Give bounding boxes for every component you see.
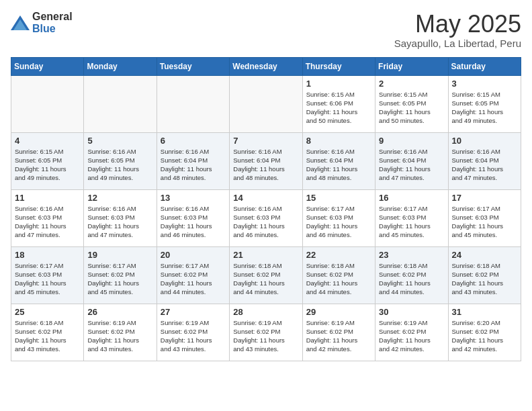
calendar-cell: 14Sunrise: 6:16 AM Sunset: 6:03 PM Dayli… xyxy=(230,189,302,246)
calendar-cell: 22Sunrise: 6:18 AM Sunset: 6:02 PM Dayli… xyxy=(302,246,375,304)
day-number: 13 xyxy=(161,193,226,203)
calendar-cell: 10Sunrise: 6:16 AM Sunset: 6:04 PM Dayli… xyxy=(448,132,521,189)
day-number: 14 xyxy=(233,193,298,203)
calendar-cell xyxy=(157,75,229,132)
calendar-cell: 18Sunrise: 6:17 AM Sunset: 6:03 PM Dayli… xyxy=(11,246,84,304)
logo-blue: Blue xyxy=(32,23,56,34)
day-info: Sunrise: 6:19 AM Sunset: 6:02 PM Dayligh… xyxy=(161,318,226,354)
day-info: Sunrise: 6:18 AM Sunset: 6:02 PM Dayligh… xyxy=(306,261,371,297)
day-info: Sunrise: 6:19 AM Sunset: 6:02 PM Dayligh… xyxy=(379,318,444,354)
day-info: Sunrise: 6:16 AM Sunset: 6:03 PM Dayligh… xyxy=(87,204,152,240)
day-info: Sunrise: 6:20 AM Sunset: 6:02 PM Dayligh… xyxy=(452,318,517,354)
calendar-cell: 16Sunrise: 6:17 AM Sunset: 6:03 PM Dayli… xyxy=(375,189,448,246)
calendar-cell xyxy=(230,75,302,132)
calendar-cell: 9Sunrise: 6:16 AM Sunset: 6:04 PM Daylig… xyxy=(375,132,448,189)
day-number: 7 xyxy=(233,136,298,146)
day-info: Sunrise: 6:18 AM Sunset: 6:02 PM Dayligh… xyxy=(233,261,298,297)
day-info: Sunrise: 6:17 AM Sunset: 6:02 PM Dayligh… xyxy=(87,261,152,297)
weekday-tuesday: Tuesday xyxy=(157,57,229,75)
calendar-cell xyxy=(84,75,157,132)
calendar-cell: 6Sunrise: 6:16 AM Sunset: 6:04 PM Daylig… xyxy=(157,132,229,189)
day-info: Sunrise: 6:16 AM Sunset: 6:04 PM Dayligh… xyxy=(379,147,444,183)
weekday-friday: Friday xyxy=(375,57,448,75)
weekday-header-row: SundayMondayTuesdayWednesdayThursdayFrid… xyxy=(11,57,521,75)
day-info: Sunrise: 6:15 AM Sunset: 6:05 PM Dayligh… xyxy=(15,147,80,183)
day-number: 25 xyxy=(15,307,80,317)
day-number: 9 xyxy=(379,136,444,146)
calendar-cell: 28Sunrise: 6:19 AM Sunset: 6:02 PM Dayli… xyxy=(230,304,302,361)
day-info: Sunrise: 6:16 AM Sunset: 6:04 PM Dayligh… xyxy=(233,147,298,183)
weekday-monday: Monday xyxy=(84,57,157,75)
day-number: 26 xyxy=(87,307,152,317)
weekday-thursday: Thursday xyxy=(302,57,375,75)
day-info: Sunrise: 6:15 AM Sunset: 6:06 PM Dayligh… xyxy=(306,90,371,126)
calendar-cell: 31Sunrise: 6:20 AM Sunset: 6:02 PM Dayli… xyxy=(448,304,521,361)
day-info: Sunrise: 6:17 AM Sunset: 6:03 PM Dayligh… xyxy=(306,204,371,240)
title-area: May 2025 Sayapullo, La Libertad, Peru xyxy=(394,11,521,49)
day-info: Sunrise: 6:15 AM Sunset: 6:05 PM Dayligh… xyxy=(379,90,444,126)
weekday-wednesday: Wednesday xyxy=(230,57,302,75)
calendar-cell: 17Sunrise: 6:17 AM Sunset: 6:03 PM Dayli… xyxy=(448,189,521,246)
day-number: 20 xyxy=(161,250,226,260)
day-number: 29 xyxy=(306,307,371,317)
calendar-table: SundayMondayTuesdayWednesdayThursdayFrid… xyxy=(11,57,521,361)
day-number: 5 xyxy=(87,136,152,146)
week-row-2: 4Sunrise: 6:15 AM Sunset: 6:05 PM Daylig… xyxy=(11,132,521,189)
calendar-cell: 13Sunrise: 6:16 AM Sunset: 6:03 PM Dayli… xyxy=(157,189,229,246)
header: General Blue May 2025 Sayapullo, La Libe… xyxy=(11,11,521,49)
day-number: 1 xyxy=(306,79,371,89)
calendar-cell: 5Sunrise: 6:16 AM Sunset: 6:05 PM Daylig… xyxy=(84,132,157,189)
day-number: 28 xyxy=(233,307,298,317)
day-info: Sunrise: 6:18 AM Sunset: 6:02 PM Dayligh… xyxy=(379,261,444,297)
calendar-header: SundayMondayTuesdayWednesdayThursdayFrid… xyxy=(11,57,521,75)
calendar-cell: 24Sunrise: 6:18 AM Sunset: 6:02 PM Dayli… xyxy=(448,246,521,304)
calendar-cell: 15Sunrise: 6:17 AM Sunset: 6:03 PM Dayli… xyxy=(302,189,375,246)
logo-icon xyxy=(11,15,30,30)
calendar-cell: 1Sunrise: 6:15 AM Sunset: 6:06 PM Daylig… xyxy=(302,75,375,132)
day-info: Sunrise: 6:17 AM Sunset: 6:03 PM Dayligh… xyxy=(452,204,517,240)
day-info: Sunrise: 6:16 AM Sunset: 6:04 PM Dayligh… xyxy=(452,147,517,183)
day-number: 3 xyxy=(452,79,517,89)
day-number: 2 xyxy=(379,79,444,89)
day-number: 18 xyxy=(15,250,80,260)
day-number: 24 xyxy=(452,250,517,260)
day-info: Sunrise: 6:16 AM Sunset: 6:04 PM Dayligh… xyxy=(161,147,226,183)
day-number: 4 xyxy=(15,136,80,146)
calendar-cell: 4Sunrise: 6:15 AM Sunset: 6:05 PM Daylig… xyxy=(11,132,84,189)
calendar-cell: 8Sunrise: 6:16 AM Sunset: 6:04 PM Daylig… xyxy=(302,132,375,189)
calendar-cell: 3Sunrise: 6:15 AM Sunset: 6:05 PM Daylig… xyxy=(448,75,521,132)
day-number: 17 xyxy=(452,193,517,203)
day-number: 19 xyxy=(87,250,152,260)
day-number: 21 xyxy=(233,250,298,260)
day-info: Sunrise: 6:17 AM Sunset: 6:02 PM Dayligh… xyxy=(161,261,226,297)
day-number: 27 xyxy=(161,307,226,317)
calendar-title: May 2025 xyxy=(394,11,521,38)
week-row-1: 1Sunrise: 6:15 AM Sunset: 6:06 PM Daylig… xyxy=(11,75,521,132)
weekday-saturday: Saturday xyxy=(448,57,521,75)
calendar-cell: 30Sunrise: 6:19 AM Sunset: 6:02 PM Dayli… xyxy=(375,304,448,361)
calendar-cell: 20Sunrise: 6:17 AM Sunset: 6:02 PM Dayli… xyxy=(157,246,229,304)
day-number: 12 xyxy=(87,193,152,203)
day-number: 15 xyxy=(306,193,371,203)
logo-general: General xyxy=(32,11,73,22)
calendar-cell: 26Sunrise: 6:19 AM Sunset: 6:02 PM Dayli… xyxy=(84,304,157,361)
week-row-5: 25Sunrise: 6:18 AM Sunset: 6:02 PM Dayli… xyxy=(11,304,521,361)
calendar-cell xyxy=(11,75,84,132)
week-row-3: 11Sunrise: 6:16 AM Sunset: 6:03 PM Dayli… xyxy=(11,189,521,246)
day-info: Sunrise: 6:18 AM Sunset: 6:02 PM Dayligh… xyxy=(15,318,80,354)
calendar-cell: 25Sunrise: 6:18 AM Sunset: 6:02 PM Dayli… xyxy=(11,304,84,361)
day-number: 22 xyxy=(306,250,371,260)
day-number: 23 xyxy=(379,250,444,260)
day-info: Sunrise: 6:19 AM Sunset: 6:02 PM Dayligh… xyxy=(306,318,371,354)
day-info: Sunrise: 6:16 AM Sunset: 6:05 PM Dayligh… xyxy=(87,147,152,183)
week-row-4: 18Sunrise: 6:17 AM Sunset: 6:03 PM Dayli… xyxy=(11,246,521,304)
day-info: Sunrise: 6:19 AM Sunset: 6:02 PM Dayligh… xyxy=(233,318,298,354)
calendar-cell: 2Sunrise: 6:15 AM Sunset: 6:05 PM Daylig… xyxy=(375,75,448,132)
day-info: Sunrise: 6:16 AM Sunset: 6:03 PM Dayligh… xyxy=(233,204,298,240)
day-info: Sunrise: 6:16 AM Sunset: 6:03 PM Dayligh… xyxy=(15,204,80,240)
calendar-body: 1Sunrise: 6:15 AM Sunset: 6:06 PM Daylig… xyxy=(11,75,521,361)
weekday-sunday: Sunday xyxy=(11,57,84,75)
calendar-cell: 21Sunrise: 6:18 AM Sunset: 6:02 PM Dayli… xyxy=(230,246,302,304)
day-number: 30 xyxy=(379,307,444,317)
calendar-cell: 11Sunrise: 6:16 AM Sunset: 6:03 PM Dayli… xyxy=(11,189,84,246)
